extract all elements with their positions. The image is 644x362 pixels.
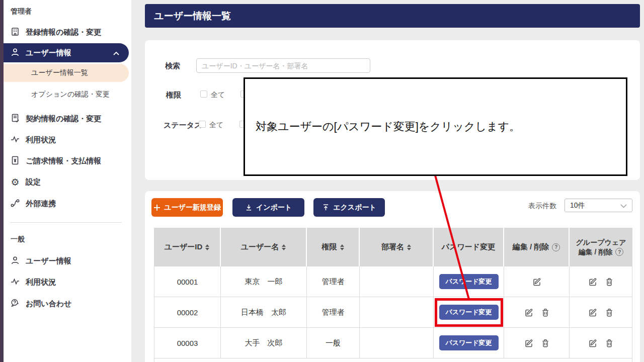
annotation-callout: 対象ユーザーの[パスワード変更]をクリックします。 — [244, 77, 627, 176]
import-button[interactable]: インポート — [232, 198, 304, 217]
cell-role: 管理者 — [307, 266, 360, 297]
sidebar-item-label: お問い合わせ — [26, 299, 71, 309]
table-body: 00001 東京 一郎 管理者 パスワード変更 00002 日本橋 太郎 — [154, 266, 632, 362]
sidebar-subitem-option-change[interactable]: オプションの確認・変更 — [4, 87, 129, 102]
sidebar-item-label: 契約情報の確認・変更 — [26, 114, 101, 124]
permission-label: 権限 — [166, 90, 181, 100]
groupware-delete-button[interactable] — [605, 338, 614, 348]
sort-icon — [407, 244, 411, 250]
password-change-button[interactable]: パスワード変更 — [439, 274, 499, 289]
cell-user-name: 大手 次郎 — [221, 328, 307, 358]
password-change-button-target[interactable]: パスワード変更 — [439, 305, 499, 320]
sidebar-item-general-user-info[interactable]: ユーザー情報 — [4, 253, 131, 269]
sidebar-item-settings[interactable]: ⚙ 設定 — [4, 174, 131, 190]
invoice-icon — [10, 155, 20, 167]
page-title-bar: ユーザー情報一覧 — [145, 4, 640, 28]
table-row-1: 00001 東京 一郎 管理者 パスワード変更 — [154, 266, 632, 297]
integration-icon — [10, 198, 20, 210]
column-header-user-name[interactable]: ユーザー名 — [221, 228, 307, 266]
column-header-user-id[interactable]: ユーザーID — [154, 228, 221, 266]
user-table: ユーザーID ユーザー名 権限 部署名 パスワード変更 — [154, 228, 632, 362]
table-row-3: 00003 大手 次郎 一般 パスワード変更 — [154, 328, 632, 358]
cell-dept — [360, 266, 434, 297]
sidebar-accent-stripe — [0, 0, 4, 362]
sidebar-item-label: 登録情報の確認・変更 — [26, 28, 101, 37]
export-button-label: エクスポート — [333, 203, 376, 212]
edit-button[interactable] — [524, 338, 534, 348]
display-count-select[interactable]: 10件 — [565, 199, 632, 212]
column-header-edit-delete: 編集 / 削除 ? — [504, 228, 570, 266]
export-button[interactable]: エクスポート — [313, 198, 385, 217]
new-user-button-label: ユーザー新規登録 — [164, 203, 221, 212]
status-label: ステータス — [164, 121, 202, 130]
groupware-delete-button[interactable] — [605, 308, 614, 317]
sidebar-subitem-user-list[interactable]: ユーザー情報一覧 — [4, 64, 129, 82]
cell-user-id: 00003 — [154, 328, 221, 358]
column-header-password: パスワード変更 — [434, 228, 504, 266]
table-row-4-partial — [154, 358, 632, 362]
import-button-label: インポート — [256, 203, 292, 212]
download-icon — [245, 204, 253, 211]
sidebar-item-external-integration[interactable]: 外部連携 — [4, 196, 131, 212]
cell-dept — [360, 328, 434, 358]
cell-role: 一般 — [307, 328, 360, 358]
sidebar: 管理者 登録情報の確認・変更 ユーザー情報 ユーザー情報一覧 オプションの確認・… — [4, 0, 131, 362]
sidebar-divider — [10, 222, 122, 223]
display-count-label: 表示件数 — [528, 202, 556, 211]
plus-icon — [153, 204, 160, 211]
column-header-role[interactable]: 権限 — [307, 228, 360, 266]
password-change-button[interactable]: パスワード変更 — [439, 335, 499, 350]
sidebar-item-contact[interactable]: お問い合わせ — [4, 296, 131, 312]
cell-user-id: 00001 — [154, 266, 221, 297]
groupware-delete-button[interactable] — [605, 277, 614, 287]
status-all-label: 全て — [209, 121, 223, 130]
sidebar-item-registration-info[interactable]: 登録情報の確認・変更 — [4, 24, 131, 40]
delete-button[interactable] — [541, 338, 550, 348]
sidebar-item-label: 利用状況 — [26, 135, 56, 145]
user-icon — [10, 47, 20, 59]
column-header-dept[interactable]: 部署名 — [360, 228, 434, 266]
building-icon — [10, 27, 20, 38]
new-user-button[interactable]: ユーザー新規登録 — [151, 198, 223, 217]
sidebar-item-usage[interactable]: 利用状況 — [4, 132, 131, 148]
activity-icon — [10, 277, 20, 288]
user-list-panel: ユーザー新規登録 インポート エクスポート 表示件数 10件 ユーザーID ユー… — [145, 191, 640, 362]
groupware-edit-button[interactable] — [588, 307, 598, 317]
permission-all-checkbox[interactable] — [200, 90, 207, 98]
sidebar-section-admin: 管理者 — [11, 7, 32, 16]
sidebar-item-contract-info[interactable]: 契約情報の確認・変更 — [4, 111, 131, 127]
sidebar-item-billing[interactable]: ご請求情報・支払情報 — [4, 153, 131, 169]
search-input[interactable] — [196, 58, 370, 73]
sort-icon — [205, 244, 209, 250]
groupware-edit-button[interactable] — [588, 277, 598, 287]
sidebar-section-general: 一般 — [11, 235, 25, 244]
gear-icon: ⚙ — [10, 177, 20, 187]
column-header-groupware: グループウェア 編集 / 削除 ? — [570, 228, 632, 266]
sidebar-item-label: ご請求情報・支払情報 — [26, 156, 101, 166]
page-title: ユーザー情報一覧 — [154, 10, 231, 23]
display-count-value: 10件 — [570, 201, 585, 210]
help-icon[interactable]: ? — [552, 243, 560, 251]
table-header-row: ユーザーID ユーザー名 権限 部署名 パスワード変更 — [154, 228, 632, 266]
sidebar-item-label: 外部連携 — [26, 199, 56, 209]
help-icon[interactable]: ? — [615, 248, 623, 256]
sort-icon — [282, 244, 286, 250]
app-screen: 管理者 登録情報の確認・変更 ユーザー情報 ユーザー情報一覧 オプションの確認・… — [0, 0, 644, 362]
cell-user-id: 00002 — [154, 297, 221, 327]
delete-button[interactable] — [541, 308, 550, 317]
sidebar-subitem-label: ユーザー情報一覧 — [31, 68, 88, 77]
groupware-edit-button[interactable] — [588, 338, 598, 348]
edit-button[interactable] — [524, 307, 534, 317]
cell-user-name: 日本橋 太郎 — [221, 297, 307, 327]
status-all-checkbox[interactable] — [199, 121, 206, 128]
permission-all-label: 全て — [211, 90, 225, 100]
upload-icon — [322, 204, 330, 211]
sidebar-item-general-usage[interactable]: 利用状況 — [4, 274, 131, 290]
sidebar-item-user-info[interactable]: ユーザー情報 — [4, 43, 129, 62]
cell-role: 管理者 — [307, 297, 360, 327]
activity-icon — [10, 134, 20, 146]
inquiry-icon — [10, 298, 20, 310]
sidebar-item-label: 利用状況 — [26, 278, 56, 287]
edit-button[interactable] — [532, 277, 542, 287]
cell-dept — [360, 297, 434, 327]
